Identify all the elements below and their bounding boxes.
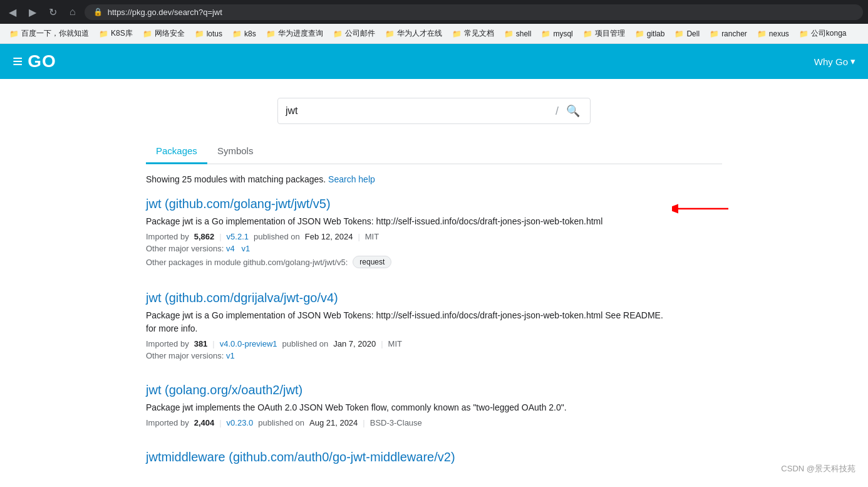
- search-input[interactable]: [286, 105, 555, 117]
- results-summary: Showing 25 modules with matching package…: [146, 174, 722, 184]
- bookmark-company-konga[interactable]: 📁 公司konga: [795, 26, 851, 41]
- version-1: v5.2.1: [227, 232, 249, 241]
- bookmark-folder-icon: 📁: [195, 29, 204, 38]
- imported-count-2: 381: [194, 339, 208, 348]
- bookmark-folder-icon: 📁: [583, 29, 592, 38]
- bookmark-k8s[interactable]: 📁 k8s: [228, 28, 261, 40]
- result-title-2[interactable]: jwt (github.com/dgrijalva/jwt-go/v4): [146, 291, 338, 305]
- bookmark-label: 公司konga: [811, 28, 847, 39]
- other-version-v1-result2[interactable]: v1: [226, 351, 235, 360]
- result-title-4[interactable]: jwtmiddleware (github.com/auth0/go-jwt-m…: [146, 450, 455, 464]
- go-navigation: Why Go ▾: [814, 56, 855, 67]
- bookmark-label: 常见文档: [464, 28, 494, 39]
- result-item-3: jwt (golang.org/x/oauth2/jwt) Package jw…: [146, 383, 722, 427]
- bookmark-label: shell: [516, 29, 532, 38]
- bookmark-huawei-progress[interactable]: 📁 华为进度查询: [262, 26, 328, 41]
- csdn-watermark: CSDN @景天科技苑: [781, 463, 855, 474]
- red-arrow-annotation: [672, 199, 735, 218]
- published-date-1: Feb 12, 2024: [305, 232, 353, 241]
- bookmark-label: k8s: [244, 29, 256, 38]
- bookmark-label: K8S库: [111, 28, 133, 39]
- bookmark-huawei-talent[interactable]: 📁 华为人才在线: [381, 26, 447, 41]
- url-text: https://pkg.go.dev/search?q=jwt: [108, 8, 222, 17]
- bookmark-project-management[interactable]: 📁 项目管理: [579, 26, 629, 41]
- go-logo-text: GO: [28, 51, 56, 71]
- result-title-1[interactable]: jwt (github.com/golang-jwt/jwt/v5): [146, 197, 331, 211]
- bookmark-folder-icon: 📁: [541, 29, 550, 38]
- why-go-label: Why Go: [814, 56, 848, 67]
- published-date-3: Aug 21, 2024: [309, 418, 358, 427]
- go-header: ≡ GO Why Go ▾: [0, 44, 868, 79]
- result-item-2: jwt (github.com/dgrijalva/jwt-go/v4) Pac…: [146, 291, 722, 360]
- result-item-4: jwtmiddleware (github.com/auth0/go-jwt-m…: [146, 450, 722, 464]
- package-tag-request[interactable]: request: [353, 256, 391, 268]
- published-date-2: Jan 7, 2020: [333, 339, 376, 348]
- search-button[interactable]: 🔍: [564, 102, 582, 120]
- search-container: / 🔍: [146, 98, 722, 124]
- imported-count-3: 2,404: [194, 418, 215, 427]
- imported-by-label-3: Imported by: [146, 418, 189, 427]
- summary-prefix: Showing: [146, 174, 180, 184]
- results-count: 25: [182, 174, 192, 184]
- address-bar[interactable]: 🔒 https://pkg.go.dev/search?q=jwt: [85, 4, 863, 20]
- bookmark-gitlab[interactable]: 📁 gitlab: [631, 28, 669, 40]
- bookmark-label: 公司邮件: [345, 28, 375, 39]
- bookmark-dell[interactable]: 📁 Dell: [670, 28, 704, 40]
- bookmark-folder-icon: 📁: [757, 29, 767, 38]
- bookmark-shell[interactable]: 📁 shell: [500, 28, 536, 40]
- bookmark-label: 华为人才在线: [397, 28, 442, 39]
- go-logo[interactable]: ≡ GO: [13, 51, 56, 71]
- bookmark-folder-icon: 📁: [504, 29, 514, 38]
- main-content: / 🔍 Packages Symbols Showing 25 modules …: [133, 79, 735, 487]
- bookmark-label: gitlab: [647, 29, 665, 38]
- result-title-3[interactable]: jwt (golang.org/x/oauth2/jwt): [146, 383, 302, 397]
- refresh-button[interactable]: ↻: [45, 4, 61, 21]
- result-meta-2: Imported by 381 | v4.0.0-preview1 publis…: [146, 339, 722, 348]
- bookmark-network-security[interactable]: 📁 网络安全: [138, 26, 189, 41]
- other-versions-1: Other major versions: v4 v1: [146, 244, 722, 253]
- bookmark-folder-icon: 📁: [266, 29, 276, 38]
- tab-packages[interactable]: Packages: [146, 139, 207, 164]
- why-go-nav-item[interactable]: Why Go ▾: [814, 56, 855, 67]
- bookmark-common-docs[interactable]: 📁 常见文档: [448, 26, 499, 41]
- version-2: v4.0.0-preview1: [220, 339, 277, 348]
- why-go-dropdown-icon: ▾: [850, 56, 855, 67]
- back-button[interactable]: ◀: [5, 4, 20, 21]
- result-description-1: Package jwt is a Go implementation of JS…: [146, 215, 722, 228]
- search-help-link[interactable]: Search help: [328, 174, 375, 184]
- published-label-2: published on: [282, 339, 329, 348]
- bookmark-folder-icon: 📁: [9, 29, 19, 38]
- go-logo-symbol: ≡: [13, 51, 23, 71]
- search-slash-hint: /: [555, 105, 559, 118]
- bookmark-folder-icon: 📁: [635, 29, 644, 38]
- bookmark-baidu[interactable]: 📁 百度一下，你就知道: [5, 26, 93, 41]
- bookmark-nexus[interactable]: 📁 nexus: [753, 28, 793, 40]
- bookmark-folder-icon: 📁: [143, 29, 152, 38]
- license-3: BSD-3-Clause: [370, 418, 422, 427]
- bookmark-k8s-lib[interactable]: 📁 K8S库: [95, 26, 137, 41]
- version-3: v0.23.0: [227, 418, 254, 427]
- bookmark-company-email[interactable]: 📁 公司邮件: [329, 26, 380, 41]
- bookmark-label: lotus: [207, 29, 222, 38]
- tab-symbols[interactable]: Symbols: [207, 139, 264, 164]
- bookmark-folder-icon: 📁: [99, 29, 108, 38]
- home-button[interactable]: ⌂: [66, 4, 80, 20]
- other-version-v4[interactable]: v4: [226, 244, 235, 253]
- bookmark-folder-icon: 📁: [452, 29, 462, 38]
- forward-button[interactable]: ▶: [25, 4, 40, 21]
- bookmark-label: 华为进度查询: [278, 28, 323, 39]
- bookmark-folder-icon: 📁: [799, 29, 809, 38]
- bookmark-label: 网络安全: [155, 28, 185, 39]
- other-versions-2: Other major versions: v1: [146, 351, 722, 360]
- bookmark-label: nexus: [769, 29, 789, 38]
- other-packages-1: Other packages in module github.com/gola…: [146, 256, 722, 268]
- bookmark-mysql[interactable]: 📁 mysql: [537, 28, 577, 40]
- bookmark-folder-icon: 📁: [232, 29, 242, 38]
- bookmark-rancher[interactable]: 📁 rancher: [705, 28, 752, 40]
- bookmark-label: rancher: [721, 29, 747, 38]
- imported-by-label-2: Imported by: [146, 339, 189, 348]
- bookmark-lotus[interactable]: 📁 lotus: [190, 28, 227, 40]
- other-version-v1[interactable]: v1: [241, 244, 250, 253]
- bookmark-folder-icon: 📁: [385, 29, 395, 38]
- result-description-3: Package jwt implements the OAuth 2.0 JSO…: [146, 401, 722, 414]
